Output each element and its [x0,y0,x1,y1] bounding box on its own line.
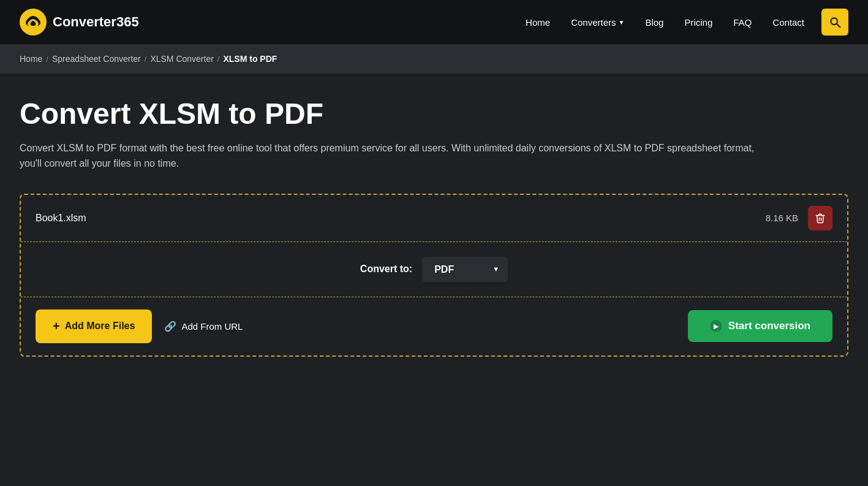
file-size: 8.16 KB [766,213,798,223]
converter-box: Book1.xlsm 8.16 KB Convert to: PDF [20,194,848,357]
bottom-left-actions: + Add More Files 🔗 Add From URL [36,309,243,343]
start-label: Start conversion [728,320,810,332]
add-more-files-button[interactable]: + Add More Files [36,309,152,343]
delete-file-button[interactable] [808,206,832,230]
breadcrumb-sep-2: / [145,55,147,64]
main-nav: Home Converters ▼ Blog Pricing FAQ Conta… [517,9,848,36]
header: Converter365 Home Converters ▼ Blog Pric… [0,0,868,44]
file-row: Book1.xlsm 8.16 KB [21,195,847,242]
format-select[interactable]: PDF XLS XLSX CSV ODS HTML [422,257,508,282]
format-select-wrapper: PDF XLS XLSX CSV ODS HTML [422,257,508,282]
breadcrumb-spreadsheet[interactable]: Spreadsheet Converter [52,54,141,64]
nav-home[interactable]: Home [517,12,559,32]
nav-faq[interactable]: FAQ [725,12,760,32]
svg-line-2 [837,24,840,27]
file-info-right: 8.16 KB [766,206,832,230]
page-title: Convert XLSM to PDF [20,98,848,131]
breadcrumb: Home / Spreadsheet Converter / XLSM Conv… [0,44,868,74]
breadcrumb-sep-1: / [46,55,48,64]
nav-pricing[interactable]: Pricing [676,12,721,32]
logo[interactable]: Converter365 [20,9,139,36]
file-name: Book1.xlsm [36,213,86,224]
convert-to-label: Convert to: [360,264,412,275]
nav-contact[interactable]: Contact [764,12,813,32]
add-url-label: Add From URL [181,321,243,332]
search-icon [829,16,841,28]
breadcrumb-current: XLSM to PDF [223,54,277,64]
page-description: Convert XLSM to PDF format with the best… [20,140,755,172]
link-icon: 🔗 [164,321,176,332]
play-icon: ▶ [710,320,722,332]
nav-converters[interactable]: Converters ▼ [562,12,633,32]
bottom-row: + Add More Files 🔗 Add From URL ▶ Start … [21,297,847,355]
start-conversion-button[interactable]: ▶ Start conversion [688,310,832,342]
trash-icon [815,213,826,224]
breadcrumb-home[interactable]: Home [20,54,42,64]
convert-to-row: Convert to: PDF XLS XLSX CSV ODS HTML [21,242,847,297]
logo-text: Converter365 [53,14,139,30]
breadcrumb-xlsm[interactable]: XLSM Converter [150,54,213,64]
logo-icon [20,9,47,36]
plus-icon: + [53,319,60,333]
nav-blog[interactable]: Blog [636,12,672,32]
chevron-down-icon: ▼ [618,19,624,26]
main-content: Convert XLSM to PDF Convert XLSM to PDF … [0,74,868,381]
add-from-url-button[interactable]: 🔗 Add From URL [164,321,243,332]
add-more-label: Add More Files [65,321,135,332]
breadcrumb-sep-3: / [217,55,220,64]
search-button[interactable] [821,9,848,36]
